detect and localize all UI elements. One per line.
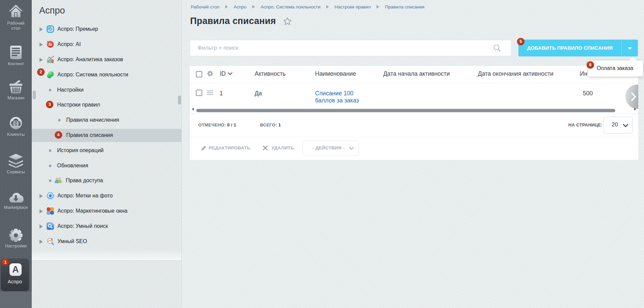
svg-text:24: 24 <box>14 121 18 125</box>
svg-text:AI: AI <box>48 43 52 47</box>
